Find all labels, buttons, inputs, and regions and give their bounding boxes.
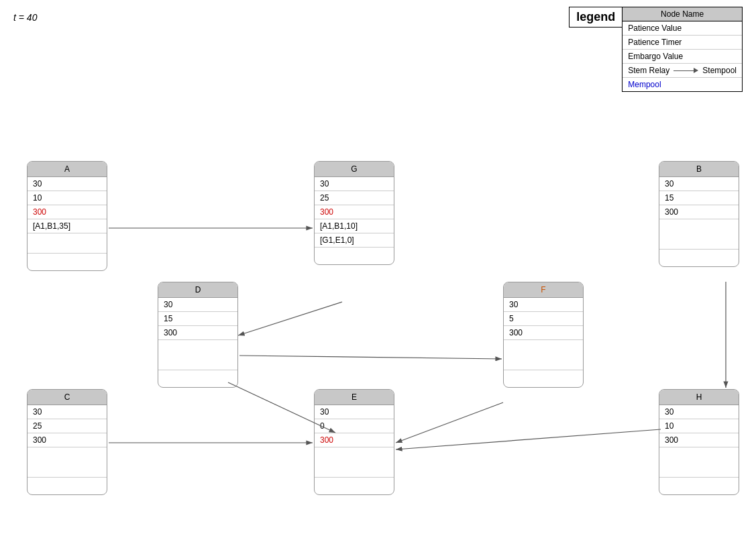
node-D-stempool xyxy=(158,340,237,370)
node-C-embargo: 300 xyxy=(28,433,107,447)
node-D-embargo: 300 xyxy=(158,326,237,340)
node-A-stempool: [A1,B1,35] xyxy=(28,219,107,233)
node-E-patience-timer: 0 xyxy=(315,419,394,433)
node-B-embargo: 300 xyxy=(659,205,739,219)
legend-mempool: Mempool xyxy=(623,78,742,91)
arrow-F-E xyxy=(396,403,503,443)
node-E-stempool xyxy=(315,447,394,478)
node-H-patience-value: 30 xyxy=(659,405,739,419)
legend-table: Node Name Patience Value Patience Timer … xyxy=(622,7,743,92)
node-A-patience-value: 30 xyxy=(28,177,107,191)
node-G-mempool xyxy=(315,248,394,264)
legend-header: Node Name xyxy=(623,7,742,21)
node-B-mempool xyxy=(659,250,739,266)
node-A-mempool xyxy=(28,233,107,254)
arrow-D-F xyxy=(239,356,502,359)
node-H: H 30 10 300 xyxy=(659,389,739,495)
node-G-stempool-line2: [G1,E1,0] xyxy=(315,233,394,248)
node-B: B 30 15 300 xyxy=(659,161,739,267)
node-A-embargo: 300 xyxy=(28,205,107,219)
node-G-patience-value: 30 xyxy=(315,177,394,191)
node-H-mempool xyxy=(659,478,739,494)
stem-relay-label: Stem Relay xyxy=(628,66,669,75)
node-C-header: C xyxy=(28,390,107,405)
node-F: F 30 5 300 xyxy=(503,282,584,388)
legend-patience-timer: Patience Timer xyxy=(623,36,742,50)
node-C-patience-value: 30 xyxy=(28,405,107,419)
legend-title: legend xyxy=(569,7,623,28)
node-B-patience-timer: 15 xyxy=(659,191,739,205)
node-C-stempool xyxy=(28,447,107,478)
stem-relay-arrow xyxy=(673,68,698,73)
node-E-header: E xyxy=(315,390,394,405)
node-G-embargo: 300 xyxy=(315,205,394,219)
node-D-patience-value: 30 xyxy=(158,298,237,312)
node-B-patience-value: 30 xyxy=(659,177,739,191)
node-E-patience-value: 30 xyxy=(315,405,394,419)
node-H-embargo: 300 xyxy=(659,433,739,447)
node-F-header: F xyxy=(504,282,583,298)
node-A-header: A xyxy=(28,162,107,177)
node-H-stempool xyxy=(659,447,739,478)
node-F-mempool xyxy=(504,370,583,387)
node-A-extra xyxy=(28,254,107,270)
time-label: t = 40 xyxy=(13,12,37,23)
legend-stem-relay-row: Stem Relay Stempool xyxy=(623,64,742,78)
node-E-embargo: 300 xyxy=(315,433,394,447)
node-G-stempool-line1: [A1,B1,10] xyxy=(315,219,394,233)
node-F-stempool xyxy=(504,340,583,370)
node-D-mempool xyxy=(158,370,237,387)
node-G-patience-timer: 25 xyxy=(315,191,394,205)
legend-patience-value: Patience Value xyxy=(623,21,742,36)
legend-embargo-value: Embargo Value xyxy=(623,50,742,64)
node-G-header: G xyxy=(315,162,394,177)
node-E-mempool xyxy=(315,478,394,494)
legend-stempool-label: Stempool xyxy=(702,66,737,75)
arrow-G-D xyxy=(238,302,342,335)
node-A-patience-timer: 10 xyxy=(28,191,107,205)
node-G: G 30 25 300 [A1,B1,10] [G1,E1,0] xyxy=(314,161,394,265)
node-D: D 30 15 300 xyxy=(158,282,238,388)
node-B-header: B xyxy=(659,162,739,177)
node-E: E 30 0 300 xyxy=(314,389,394,495)
node-F-patience-value: 30 xyxy=(504,298,583,312)
node-C-patience-timer: 25 xyxy=(28,419,107,433)
node-F-embargo: 300 xyxy=(504,326,583,340)
node-D-patience-timer: 15 xyxy=(158,312,237,326)
node-D-header: D xyxy=(158,282,237,298)
node-C: C 30 25 300 xyxy=(27,389,107,495)
node-B-stempool xyxy=(659,219,739,250)
legend-container: legend Node Name Patience Value Patience… xyxy=(569,7,743,92)
node-A: A 30 10 300 [A1,B1,35] xyxy=(27,161,107,271)
arrow-H-E xyxy=(396,429,661,449)
node-C-mempool xyxy=(28,478,107,494)
node-F-patience-timer: 5 xyxy=(504,312,583,326)
node-H-header: H xyxy=(659,390,739,405)
node-H-patience-timer: 10 xyxy=(659,419,739,433)
